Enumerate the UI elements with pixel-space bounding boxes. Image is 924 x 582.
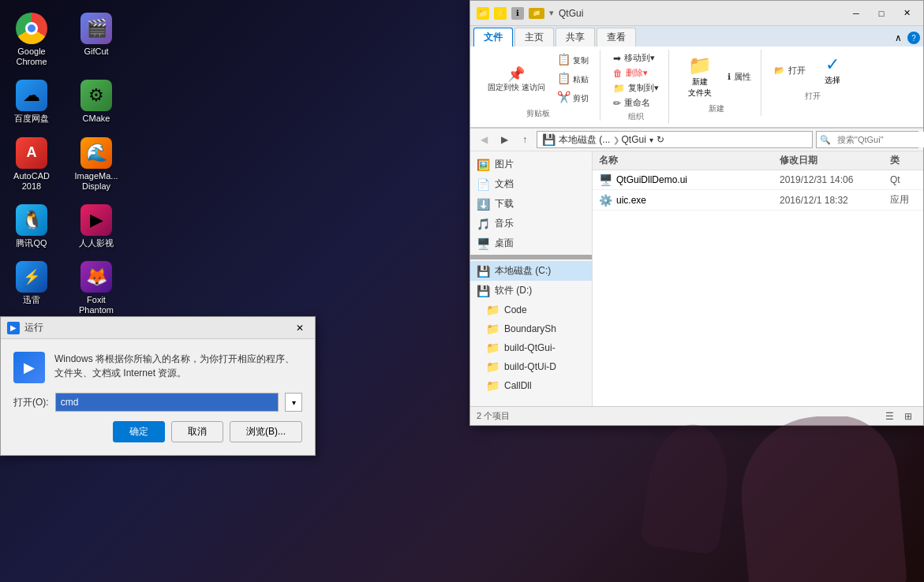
qtguidlldemo-type: Qt — [884, 174, 923, 185]
minimize-button[interactable]: ─ — [846, 6, 866, 21]
titlebar-folder-icon: 📁 — [477, 7, 489, 20]
desktop-icon-imagema[interactable]: 🌊 ImageMa... Display — [69, 132, 124, 196]
move-icon: ➡ — [613, 53, 621, 64]
sidebar-item-music[interactable]: 🎵 音乐 — [470, 214, 592, 233]
breadcrumb: 本地磁盘 (... ❯ QtGui — [559, 133, 646, 147]
tab-home[interactable]: 主页 — [514, 28, 554, 47]
search-input[interactable] — [834, 132, 924, 147]
rename-button[interactable]: ✏ 重命名 — [610, 96, 662, 110]
exe-file-icon: ⚙️ — [599, 194, 612, 207]
desktop-icon-autocad[interactable]: A AutoCAD 2018 — [4, 132, 59, 196]
sidebar-item-desktop[interactable]: 🖥️ 桌面 — [470, 233, 592, 253]
col-date[interactable]: 修改日期 — [773, 154, 884, 167]
dropdown-arrow-icon: ▾ — [649, 136, 653, 144]
move-to-button[interactable]: ➡ 移动到▾ — [610, 51, 662, 65]
softwaredisk-d-icon: 💾 — [477, 285, 490, 297]
close-button[interactable]: ✕ — [896, 6, 917, 21]
copy-button[interactable]: 📋 复制 — [552, 51, 593, 69]
back-button[interactable]: ◀ — [475, 131, 492, 148]
help-button[interactable]: ? — [907, 32, 920, 44]
dialog-buttons: 确定 取消 浏览(B)... — [13, 421, 302, 442]
tab-file[interactable]: 文件 — [473, 28, 513, 47]
open-label: 打开 — [788, 65, 806, 76]
sidebar-item-code[interactable]: 📁 Code — [470, 300, 592, 319]
maximize-button[interactable]: □ — [871, 6, 892, 21]
quick-access-icon[interactable]: ⭐ — [494, 7, 507, 20]
address-input[interactable]: 💾 本地磁盘 (... ❯ QtGui ▾ ↻ — [537, 131, 813, 148]
ok-button[interactable]: 确定 — [113, 421, 165, 442]
sidebar-item-build-qtgui[interactable]: 📁 build-QtGui- — [470, 338, 592, 357]
open-button[interactable]: 📂 打开 — [771, 64, 809, 77]
search-box[interactable]: 🔍 🔍 — [816, 131, 918, 148]
sidebar-item-pictures[interactable]: 🖼️ 图片 — [470, 155, 592, 174]
crumb-local[interactable]: 本地磁盘 (... — [559, 134, 610, 145]
desktop-icon-gifcut[interactable]: 🎬 GifCut — [69, 8, 124, 72]
file-row-uic[interactable]: ⚙️ uic.exe 2016/12/1 18:32 应用 — [593, 190, 923, 211]
ribbon-collapse-btn[interactable]: ∧ — [892, 32, 904, 44]
file-name-uic: ⚙️ uic.exe — [593, 194, 773, 207]
cut-icon: ✂️ — [557, 91, 570, 103]
cut-button[interactable]: ✂️ 剪切 — [552, 89, 593, 106]
refresh-button[interactable]: ↻ — [657, 134, 664, 145]
sidebar-item-boundarysh[interactable]: 📁 BoundarySh — [470, 319, 592, 338]
copy-to-button[interactable]: 📁 复制到▾ — [610, 81, 662, 95]
calldll-label: CallDll — [504, 380, 532, 391]
properties-icon[interactable]: ℹ — [511, 7, 524, 20]
select-button[interactable]: ✓ 选择 — [811, 51, 855, 89]
rename-label: 重命名 — [624, 97, 650, 109]
run-dropdown-button[interactable]: ▾ — [285, 393, 302, 412]
col-name[interactable]: 名称 — [593, 154, 773, 167]
run-input[interactable] — [55, 393, 279, 412]
baidu-label: 百度网盘 — [14, 114, 49, 124]
tab-share[interactable]: 共享 — [556, 28, 595, 47]
properties-button[interactable]: ℹ 属性 — [724, 70, 754, 84]
tab-view[interactable]: 查看 — [597, 28, 636, 47]
desktop-icon-chrome[interactable]: Google Chrome — [4, 8, 59, 72]
forward-button[interactable]: ▶ — [496, 131, 513, 148]
renren-label: 人人影视 — [79, 238, 114, 248]
ribbon: 文件 主页 共享 查看 ∧ ? 📌 固定到快 速访问 — [470, 26, 923, 129]
paste-button[interactable]: 📋 粘贴 — [552, 70, 593, 88]
music-icon: 🎵 — [477, 218, 490, 230]
desktop-icon-baidu[interactable]: ☁ 百度网盘 — [4, 75, 59, 129]
run-arrow-icon: ▶ — [24, 359, 35, 376]
sidebar-item-build-qtui[interactable]: 📁 build-QtUi-D — [470, 357, 592, 376]
delete-label: 删除▾ — [626, 67, 648, 79]
organize-label: 组织 — [628, 111, 644, 122]
desktop-icon-cmake[interactable]: ⚙ CMake — [69, 75, 124, 129]
col-type[interactable]: 类 — [884, 154, 923, 167]
dialog-close-button[interactable]: ✕ — [291, 321, 309, 335]
pin-label: 固定到快 速访问 — [488, 83, 545, 91]
desktop-icon-renren[interactable]: ▶ 人人影视 — [69, 200, 124, 253]
new-folder-icon: 📁 — [688, 54, 712, 76]
file-row-qtguidlldemo[interactable]: 🖥️ QtGuiDllDemo.ui 2019/12/31 14:06 Qt — [593, 170, 923, 190]
up-button[interactable]: ↑ — [516, 131, 533, 148]
sidebar-scroll-indicator — [470, 255, 592, 259]
desktop-icon-qq[interactable]: 🐧 腾讯QQ — [4, 200, 59, 253]
browse-button[interactable]: 浏览(B)... — [230, 421, 302, 442]
delete-button[interactable]: 🗑 删除▾ — [610, 66, 662, 80]
run-icon-large: ▶ — [13, 352, 45, 383]
sidebar-item-software-d[interactable]: 💾 软件 (D:) — [470, 281, 592, 300]
move-label: 移动到▾ — [624, 52, 655, 64]
sidebar-item-calldll[interactable]: 📁 CallDll — [470, 376, 592, 395]
main-content: 🖼️ 图片 📄 文档 ⬇️ 下载 🎵 音乐 🖥️ 桌面 — [470, 151, 923, 406]
imagema-label: ImageMa... Display — [72, 171, 121, 192]
softwaredisk-d-label: 软件 (D:) — [495, 284, 532, 297]
foxit-label: Foxit Phantom — [72, 295, 121, 315]
qq-label: 腾讯QQ — [16, 238, 47, 248]
sidebar-item-local-c[interactable]: 💾 本地磁盘 (C:) — [470, 261, 592, 281]
copy-label: 复制 — [573, 56, 589, 65]
desktop: Google Chrome 🎬 GifCut ☁ 百度网盘 ⚙ CMake A … — [0, 0, 924, 582]
localdisk-c-icon: 💾 — [477, 265, 490, 278]
desktop-icon-xunlei[interactable]: ⚡ 迅雷 — [4, 256, 59, 320]
new-folder-button[interactable]: 📁 新建文件夹 — [679, 51, 722, 102]
sidebar-item-documents[interactable]: 📄 文档 — [470, 174, 592, 194]
desktop-icon-foxit[interactable]: 🦊 Foxit Phantom — [69, 256, 124, 320]
file-list: 名称 修改日期 类 🖥️ QtGuiDllDemo.ui 2019/12/31 … — [593, 151, 923, 406]
properties-label: 属性 — [734, 71, 751, 83]
cancel-button[interactable]: 取消 — [171, 421, 223, 442]
sidebar-item-downloads[interactable]: ⬇️ 下载 — [470, 194, 592, 214]
crumb-qtgui[interactable]: QtGui — [621, 134, 645, 145]
pin-to-quick-access-button[interactable]: 📌 固定到快 速访问 — [483, 65, 550, 94]
